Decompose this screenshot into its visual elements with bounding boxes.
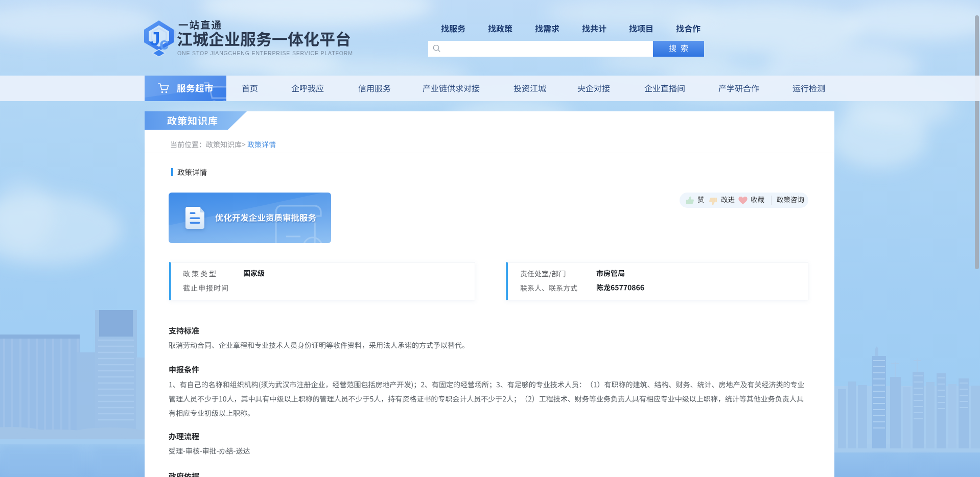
svg-text:J: J (150, 29, 160, 50)
svg-text:c: c (159, 34, 169, 53)
